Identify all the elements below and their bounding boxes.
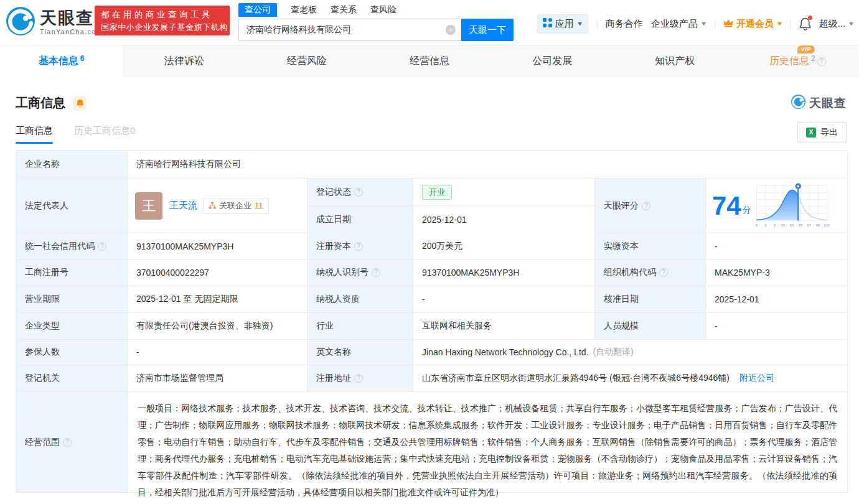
tab-count: 2 xyxy=(811,54,815,63)
promo-banner-line1: 都在用的商业查询工具 xyxy=(101,9,223,21)
paid-capital-value: - xyxy=(706,233,847,259)
help-icon[interactable] xyxy=(354,242,363,251)
chevron-down-icon xyxy=(776,21,783,27)
staff-size-value: - xyxy=(706,313,847,340)
help-icon[interactable] xyxy=(98,242,106,251)
field-label: 登记状态 xyxy=(307,179,413,205)
svg-text:0: 0 xyxy=(756,223,758,227)
subtab-history-business-info[interactable]: 历史工商信息0 xyxy=(74,125,135,144)
nav-enterprise-products[interactable]: 企业级产品 xyxy=(651,18,706,30)
field-label: 核准日期 xyxy=(595,286,706,313)
field-label: 参保人数 xyxy=(16,340,128,365)
legal-rep-link[interactable]: 王天流 xyxy=(169,200,197,212)
table-row-biz-term: 营业期限 2025-12-01 至 无固定期限 纳税人资质 - 核准日期 202… xyxy=(16,286,847,313)
clear-search-icon[interactable] xyxy=(446,25,456,35)
table-row-legal-rep: 法定代表人 王 王天流 关联企业 11 xyxy=(16,179,847,233)
tab-history-info[interactable]: VIP 历史信息 2 xyxy=(736,45,859,77)
field-label: 营业期限 xyxy=(16,286,128,313)
field-label: 经营范围 xyxy=(16,392,128,492)
company-name-value: 济南哈行网络科技有限公司 xyxy=(128,151,847,179)
search-tab-relation[interactable]: 查关系 xyxy=(331,4,357,16)
business-info-table: 企业名称 济南哈行网络科技有限公司 法定代表人 王 王天流 xyxy=(16,150,848,493)
search-input[interactable] xyxy=(238,19,461,41)
monitor-bell-icon[interactable] xyxy=(73,96,87,110)
search-tab-boss[interactable]: 查老板 xyxy=(291,4,317,16)
field-label: 行业 xyxy=(307,313,413,340)
svg-text:100: 100 xyxy=(824,223,830,227)
help-icon[interactable] xyxy=(63,438,72,447)
nav-open-vip[interactable]: 开通会员 xyxy=(723,18,782,30)
uscc-value: 91370100MAK25MYP3H xyxy=(128,233,307,259)
nearby-companies-link[interactable]: 附近公司 xyxy=(739,373,774,384)
score-distribution-chart: 0 1 3 15 50 85 97 99 100 xyxy=(754,180,830,231)
tab-legal-proceedings[interactable]: 法律诉讼 xyxy=(123,45,245,77)
nav-cooperation[interactable]: 商务合作 xyxy=(606,18,643,30)
address-value: 山东省济南市章丘区明水街道明水汇泉路4946号 (银冠·台湾不夜城6号楼4946… xyxy=(413,365,847,392)
help-icon[interactable] xyxy=(659,268,668,277)
field-label: 工商注册号 xyxy=(16,259,128,286)
svg-text:99: 99 xyxy=(815,223,820,227)
reg-no-value: 370100400022297 xyxy=(128,259,307,286)
main-content: 工商信息 天眼查 工商信息 历史工商信息0 导出 xyxy=(0,95,859,493)
chevron-down-icon xyxy=(576,21,583,27)
excel-icon xyxy=(806,128,816,138)
divider xyxy=(597,19,598,29)
subtab-business-info[interactable]: 工商信息 xyxy=(16,125,53,144)
divider xyxy=(715,19,715,29)
help-icon[interactable] xyxy=(354,374,363,383)
tianyan-score-cell[interactable]: 74 分 xyxy=(706,179,847,233)
promo-banner[interactable]: 都在用的商业查询工具 国家中小企业发展子基金旗下机构 xyxy=(95,6,230,35)
nav-super-vip[interactable]: 超级... xyxy=(819,18,854,30)
tab-basic-info[interactable]: 基本信息 6 xyxy=(0,45,123,77)
legal-rep-cell: 王 王天流 关联企业 11 xyxy=(128,179,307,233)
notification-bell-icon[interactable] xyxy=(799,17,811,30)
insured-count-value: - xyxy=(128,340,307,365)
table-row-company-type: 企业类型 有限责任公司(港澳台投资、非独资) 行业 互联网和相关服务 人员规模 … xyxy=(16,313,847,340)
table-row-insured: 参保人数 - 英文名称 Jinan Haxing Network Technol… xyxy=(16,340,847,365)
tab-operating-risk[interactable]: 经营风险 xyxy=(245,45,368,77)
field-label: 成立日期 xyxy=(307,206,413,233)
section-title: 工商信息 xyxy=(16,95,65,111)
tab-intellectual-property[interactable]: 知识产权 xyxy=(614,45,736,77)
svg-text:85: 85 xyxy=(799,223,803,227)
search-button[interactable]: 天眼一下 xyxy=(461,19,514,41)
org-chart-icon xyxy=(209,201,216,211)
help-icon[interactable] xyxy=(354,188,363,197)
divider xyxy=(791,19,791,29)
search-tab-risk[interactable]: 查风险 xyxy=(370,4,397,16)
field-label: 企业名称 xyxy=(16,151,128,179)
help-icon[interactable] xyxy=(372,268,380,277)
field-label: 注册资本 xyxy=(307,233,413,259)
field-label: 统一社会信用代码 xyxy=(16,233,128,259)
field-label: 登记机关 xyxy=(16,365,128,392)
apps-menu[interactable]: 应用 xyxy=(537,14,589,34)
search-tabs: 查公司 查老板 查关系 查风险 xyxy=(238,2,514,17)
export-button[interactable]: 导出 xyxy=(797,122,847,142)
promo-banner-line2: 国家中小企业发展子基金旗下机构 xyxy=(101,21,223,33)
company-type-value: 有限责任公司(港澳台投资、非独资) xyxy=(128,313,307,340)
related-companies-badge[interactable]: 关联企业 11 xyxy=(203,198,269,214)
tab-company-development[interactable]: 公司发展 xyxy=(491,45,614,77)
table-row-reg-authority: 登记机关 济南市市场监督管理局 注册地址 山东省济南市章丘区明水街道明水汇泉路4… xyxy=(16,365,847,392)
help-icon[interactable] xyxy=(817,57,826,66)
industry-value: 互联网和相关服务 xyxy=(413,313,595,340)
brand-domain: TianYanCha.com xyxy=(40,28,103,35)
company-page-tabs: 基本信息 6 法律诉讼 经营风险 经营信息 公司发展 知识产权 VIP 历史信息… xyxy=(0,45,859,77)
field-label: 注册地址 xyxy=(307,365,413,392)
tianyancha-logo[interactable]: 天眼查 TianYanCha.com xyxy=(6,7,103,38)
svg-text:50: 50 xyxy=(789,223,794,227)
help-icon[interactable] xyxy=(642,202,650,210)
notification-dot xyxy=(808,16,812,20)
field-label: 实缴资本 xyxy=(595,233,706,259)
search-tab-company[interactable]: 查公司 xyxy=(238,3,277,17)
avatar[interactable]: 王 xyxy=(135,192,162,220)
table-row-uscc: 统一社会信用代码 91370100MAK25MYP3H 注册资本 200万美元 … xyxy=(16,233,847,259)
search-area: 查公司 查老板 查关系 查风险 天眼一下 xyxy=(238,2,514,41)
status-date-subgrid: 登记状态 开业 成立日期 2025-12-01 xyxy=(307,179,595,233)
svg-text:1: 1 xyxy=(764,223,767,227)
biz-scope-value: 一般项目：网络技术服务；技术服务、技术开发、技术咨询、技术交流、技术转让、技术推… xyxy=(128,392,847,492)
field-label: 英文名称 xyxy=(307,340,413,365)
tab-operating-info[interactable]: 经营信息 xyxy=(368,45,491,77)
approval-date-value: 2025-12-01 xyxy=(706,286,847,313)
top-header: 天眼查 TianYanCha.com 都在用的商业查询工具 国家中小企业发展子基… xyxy=(0,0,859,45)
